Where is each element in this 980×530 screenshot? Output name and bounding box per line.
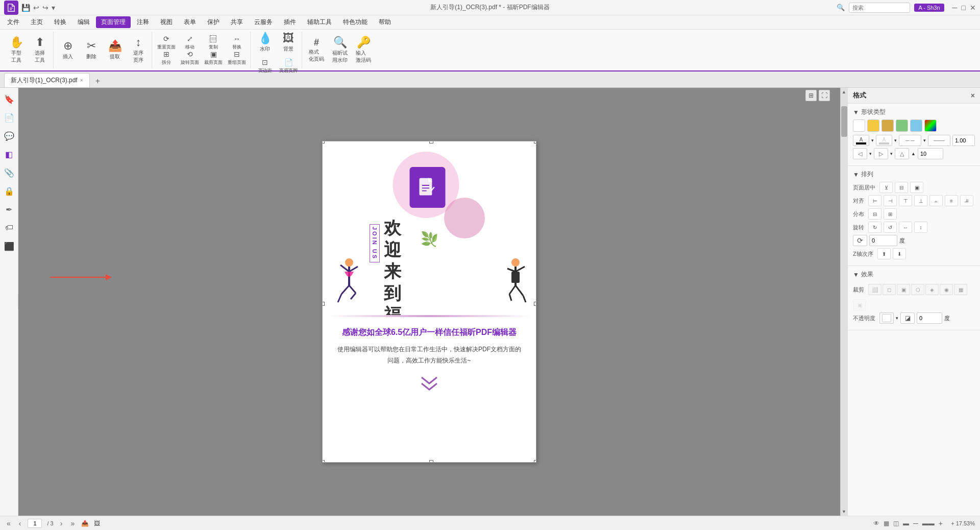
quick-save[interactable]: 💾 [21, 4, 30, 12]
menu-pagemanage[interactable]: 页面管理 [96, 16, 131, 28]
reverse-btn[interactable]: ↕ 逆序页序 [127, 35, 150, 65]
menu-help[interactable]: 帮助 [374, 16, 396, 28]
align-center-h-btn[interactable]: ⫠ [929, 195, 943, 206]
quick-undo[interactable]: ↩ [33, 4, 39, 12]
sidebar-compare[interactable]: ⬛ [2, 239, 16, 253]
sidebar-tags[interactable]: 🏷 [2, 221, 16, 235]
margin-btn[interactable]: ⊡ 页边距 [254, 59, 276, 73]
reset-page-btn[interactable]: ⟳ 重置页面 [155, 35, 178, 50]
line-end-btn[interactable]: ▷ [874, 148, 888, 159]
menu-protect[interactable]: 保护 [202, 16, 225, 28]
sidebar-bookmark[interactable]: 🔖 [2, 92, 16, 106]
center-vert-btn[interactable]: ⊟ [895, 182, 908, 193]
rotate-page-btn[interactable]: ⟲ 旋转页面 [179, 51, 201, 65]
swatch-gold[interactable] [881, 119, 894, 132]
opacity-value-input[interactable] [917, 312, 942, 324]
dist-v-btn[interactable]: ⊞ [884, 208, 897, 220]
vertical-scrollbar[interactable]: ▲ ▼ [840, 88, 847, 516]
align-bottom-btn[interactable]: ≡ [945, 195, 958, 206]
sidebar-security[interactable]: 🔒 [2, 184, 16, 198]
align-left-btn[interactable]: ⊢ [868, 195, 881, 206]
close-btn[interactable]: ✕ [970, 4, 976, 12]
selection-handle-bl[interactable] [322, 460, 325, 463]
watermark-btn[interactable]: 💧 水印 [254, 27, 276, 58]
thumbnail-btn[interactable]: 🖼 [94, 520, 100, 527]
quick-redo[interactable]: ↪ [42, 4, 48, 12]
background-btn[interactable]: 🖼 背景 [277, 27, 300, 58]
select-tool-btn[interactable]: ⬆ 选择工具 [29, 35, 51, 65]
view-mode1[interactable]: ▦ [884, 520, 889, 527]
menu-edit[interactable]: 编辑 [72, 16, 95, 28]
delete-btn[interactable]: ✂ 删除 [80, 35, 103, 65]
swatch-yellow[interactable] [867, 119, 879, 132]
menu-form[interactable]: 表单 [179, 16, 201, 28]
sidebar-attachments[interactable]: 📎 [2, 165, 16, 180]
z-front-btn[interactable]: ⬆ [877, 248, 891, 259]
eff-crop1[interactable]: ⬜ [868, 284, 881, 295]
selection-handle-mr[interactable] [534, 302, 536, 306]
page-number-input[interactable] [28, 519, 42, 528]
zoom-minus-btn[interactable]: ─ [913, 519, 918, 527]
fullscreen-btn[interactable]: ⛶ [819, 90, 830, 101]
line-style-btn[interactable]: ─ ─ [899, 135, 921, 146]
opacity-color-btn[interactable] [879, 312, 894, 324]
corner-radius-input[interactable] [918, 148, 943, 159]
opacity-dropdown[interactable]: ▾ [896, 316, 898, 321]
dist-h-btn[interactable]: ⊟ [868, 208, 881, 220]
align-baseline-btn[interactable]: ⫡ [960, 195, 973, 206]
menu-assist[interactable]: 辅助工具 [302, 16, 337, 28]
insert-btn[interactable]: ⊕ 插入 [57, 35, 79, 65]
selection-handle-bm[interactable] [429, 460, 433, 463]
minimize-btn[interactable]: ─ [952, 4, 958, 12]
menu-file[interactable]: 文件 [2, 16, 24, 28]
trial-watermark-btn[interactable]: 🔍 福昕试用水印 [329, 35, 351, 65]
tab-close-btn[interactable]: × [80, 78, 83, 83]
flip-h-btn[interactable]: ↔ [899, 222, 912, 233]
menu-comment[interactable]: 注释 [132, 16, 154, 28]
menu-share[interactable]: 共享 [226, 16, 248, 28]
sidebar-comments[interactable]: 💬 [2, 129, 16, 143]
nav-last-btn[interactable]: » [69, 519, 76, 527]
dropdown-arrow5[interactable]: ▾ [890, 151, 893, 156]
selection-handle-tl[interactable] [322, 141, 325, 143]
eff-crop3[interactable]: ▣ [897, 284, 910, 295]
thumbnail-view-btn[interactable]: ⊞ [805, 90, 817, 101]
page-icon-btn[interactable]: ▣ [910, 182, 923, 193]
hand-tool-btn[interactable]: ✋ 手型工具 [5, 35, 28, 65]
swatch-more[interactable] [924, 119, 937, 132]
eff-crop7[interactable]: ▦ [954, 284, 967, 295]
dropdown-arrow4[interactable]: ▾ [869, 151, 872, 156]
page-export-btn[interactable]: 📤 [81, 520, 89, 527]
sidebar-layers[interactable]: ◧ [2, 147, 16, 161]
align-center-v-btn[interactable]: ⊣ [884, 195, 897, 206]
swatch-white[interactable] [853, 119, 865, 132]
canvas-area[interactable]: ⊞ ⛶ [18, 88, 840, 516]
fill-color-btn[interactable]: A [853, 135, 869, 146]
scroll-down-arrow[interactable]: ▼ [841, 508, 848, 516]
new-tab-btn[interactable]: + [92, 75, 104, 87]
border-color-btn[interactable]: A [876, 135, 892, 146]
eff-crop6[interactable]: ◉ [940, 284, 953, 295]
crop-page-btn[interactable]: ▣ 裁剪页面 [202, 51, 225, 65]
view-mode3[interactable]: ▬ [903, 520, 909, 527]
scroll-up-arrow[interactable]: ▲ [841, 88, 848, 96]
flip-v-btn[interactable]: ↕ [914, 222, 927, 233]
eff-crop5[interactable]: ◈ [925, 284, 939, 295]
reorg-btn[interactable]: ⊟ 重组页面 [226, 51, 248, 65]
sidebar-signatures[interactable]: ✒ [2, 202, 16, 216]
shape-type-title[interactable]: ▼ 形状类型 [853, 108, 975, 116]
line-start-btn[interactable]: ◁ [853, 148, 867, 159]
center-horiz-btn[interactable]: ⊻ [879, 182, 893, 193]
menu-home[interactable]: 主页 [26, 16, 48, 28]
replace-btn[interactable]: ↔ 替换 [226, 35, 248, 50]
menu-convert[interactable]: 转换 [49, 16, 71, 28]
format-page-btn[interactable]: # 格式化页码 [305, 35, 328, 65]
selection-handle-tr[interactable] [534, 141, 536, 143]
effects-title[interactable]: ▼ 效果 [853, 270, 975, 279]
align-top-btn[interactable]: ⊥ [914, 195, 927, 206]
eff-crop4[interactable]: ⬡ [911, 284, 924, 295]
selection-handle-tm[interactable] [429, 141, 433, 143]
z-back-btn[interactable]: ⬇ [893, 248, 906, 259]
activate-btn[interactable]: 🔑 输入激活码 [352, 35, 375, 65]
swatch-green[interactable] [896, 119, 908, 132]
